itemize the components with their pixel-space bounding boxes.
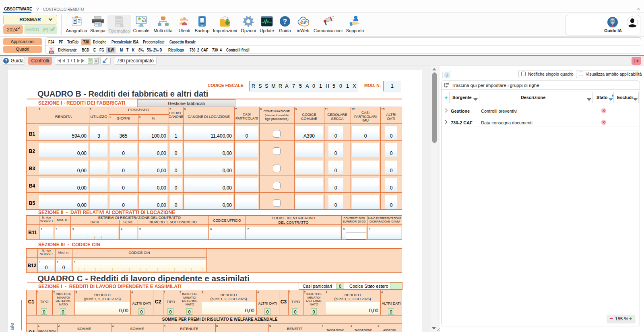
svg-text:?: ? [5, 59, 7, 63]
svg-text:GB: GB [301, 20, 307, 25]
svg-text:?: ? [283, 18, 287, 25]
svg-text:PDF: PDF [50, 52, 54, 54]
svg-text:1 / 1: 1 / 1 [67, 58, 76, 63]
